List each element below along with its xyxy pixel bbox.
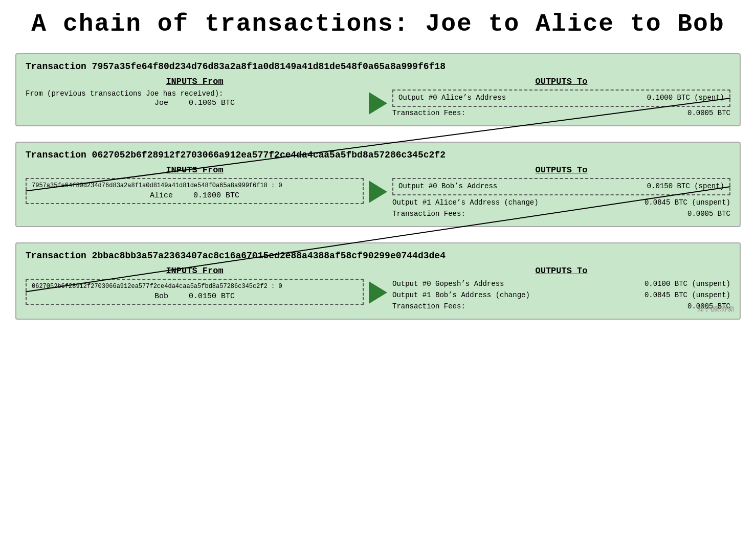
tx3-input-ref: 0627052b6f28912f2703066a912ea577f2ce4da4… xyxy=(32,283,358,290)
tx2-output-row-0: Output #0 Bob’s Address 0.0150 BTC (spen… xyxy=(398,182,724,190)
transaction-block-1: Transaction 7957a35fe64f80d234d76d83a2a8… xyxy=(15,53,741,126)
tx3-arrow xyxy=(364,266,392,304)
tx1-fee-label: Transaction Fees: xyxy=(392,109,465,117)
tx2-output-amount-0: 0.0150 BTC (spent) xyxy=(647,182,724,190)
tx2-input-ref: 7957a35fe64f80d234d76d83a2a8f1a0d8149a41… xyxy=(32,182,358,189)
tx3-outputs: OUTPUTS To Output #0 Gopesh’s Address 0.… xyxy=(392,266,730,310)
tx1-outputs: OUTPUTS To Output #0 Alice’s Address 0.1… xyxy=(392,77,730,117)
tx2-inputs-name-amount: Alice 0.1000 BTC xyxy=(32,191,358,200)
tx2-outputs: OUTPUTS To Output #0 Bob’s Address 0.015… xyxy=(392,165,730,218)
tx3-inputs-name: Bob xyxy=(154,292,168,301)
tx1-inputs-amount: 0.1005 BTC xyxy=(189,99,235,107)
tx1-inputs-name-amount: Joe 0.1005 BTC xyxy=(26,99,364,107)
tx1-output-box: Output #0 Alice’s Address 0.1000 BTC (sp… xyxy=(392,90,730,107)
tx2-output-label-1: Output #1 Alice’s Address (change) xyxy=(392,198,640,207)
tx1-fee-row: Transaction Fees: 0.0005 BTC xyxy=(392,109,730,117)
tx3-output-amount-1: 0.0845 BTC (unspent) xyxy=(644,291,730,299)
tx3-output-row-0: Output #0 Gopesh’s Address 0.0100 BTC (u… xyxy=(392,279,730,289)
tx3-output-label-1: Output #1 Bob’s Address (change) xyxy=(392,291,640,299)
tx1-inputs: INPUTS From From (previous transactions … xyxy=(26,77,364,107)
tx2-input-box: 7957a35fe64f80d234d76d83a2a8f1a0d8149a41… xyxy=(26,178,364,204)
tx3-output-label-0: Output #0 Gopesh’s Address xyxy=(392,280,640,288)
tx3-inputs-name-amount: Bob 0.0150 BTC xyxy=(32,292,358,301)
tx2-arrow xyxy=(364,165,392,203)
tx3-fee-label: Transaction Fees: xyxy=(392,302,465,310)
tx1-fee-amount: 0.0005 BTC xyxy=(687,109,730,117)
tx3-arrow-icon xyxy=(369,281,387,304)
tx2-fee-amount: 0.0005 BTC xyxy=(687,210,730,218)
tx2-inputs: INPUTS From 7957a35fe64f80d234d76d83a2a8… xyxy=(26,165,364,204)
tx1-output-amount-0: 0.1000 BTC (spent) xyxy=(647,94,724,102)
tx2-output-box-0: Output #0 Bob’s Address 0.0150 BTC (spen… xyxy=(392,178,730,195)
tx1-inputs-header: INPUTS From xyxy=(26,77,364,86)
tx3-output-row-1: Output #1 Bob’s Address (change) 0.0845 … xyxy=(392,290,730,300)
tx2-inputs-header: INPUTS From xyxy=(26,165,364,175)
tx3-inputs-amount: 0.0150 BTC xyxy=(189,292,235,301)
transaction-block-2: Transaction 0627052b6f28912f2703066a912e… xyxy=(15,142,741,227)
tx1-output-row-0: Output #0 Alice’s Address 0.1000 BTC (sp… xyxy=(398,94,724,102)
tx1-inputs-desc: From (previous transactions Joe has rece… xyxy=(26,90,364,98)
tx3-inputs: INPUTS From 0627052b6f28912f2703066a912e… xyxy=(26,266,364,305)
tx3-output-amount-0: 0.0100 BTC (unspent) xyxy=(644,280,730,288)
tx2-output-row-1: Output #1 Alice’s Address (change) 0.084… xyxy=(392,197,730,208)
tx2-output-amount-1: 0.0845 BTC (unspent) xyxy=(644,198,730,207)
tx3-outputs-header: OUTPUTS To xyxy=(392,266,730,276)
watermark: 知乎@陈亦新 xyxy=(697,304,735,314)
tx1-arrow xyxy=(364,77,392,115)
tx3-input-box: 0627052b6f28912f2703066a912ea577f2ce4da4… xyxy=(26,279,364,305)
tx3-hash: Transaction 2bbac8bb3a57a2363407ac8c16a6… xyxy=(26,251,730,261)
tx1-arrow-icon xyxy=(369,92,387,115)
tx2-inputs-amount: 0.1000 BTC xyxy=(193,191,239,200)
tx2-arrow-icon xyxy=(369,181,387,203)
tx2-outputs-header: OUTPUTS To xyxy=(392,165,730,175)
tx1-output-label-0: Output #0 Alice’s Address xyxy=(398,94,643,102)
tx2-inputs-name: Alice xyxy=(150,191,173,200)
tx2-output-label-0: Output #0 Bob’s Address xyxy=(398,182,643,190)
page-title: A chain of transactions: Joe to Alice to… xyxy=(15,10,741,38)
transaction-chain: Transaction 7957a35fe64f80d234d76d83a2a8… xyxy=(15,53,741,320)
tx2-fee-label: Transaction Fees: xyxy=(392,210,465,218)
tx3-fee-row: Transaction Fees: 0.0005 BTC xyxy=(392,302,730,310)
transaction-block-3: Transaction 2bbac8bb3a57a2363407ac8c16a6… xyxy=(15,242,741,320)
tx1-outputs-header: OUTPUTS To xyxy=(392,77,730,86)
tx2-fee-row: Transaction Fees: 0.0005 BTC xyxy=(392,210,730,218)
tx1-hash: Transaction 7957a35fe64f80d234d76d83a2a8… xyxy=(26,61,730,72)
tx3-inputs-header: INPUTS From xyxy=(26,266,364,276)
tx1-inputs-name: Joe xyxy=(154,99,168,107)
tx2-hash: Transaction 0627052b6f28912f2703066a912e… xyxy=(26,150,730,160)
